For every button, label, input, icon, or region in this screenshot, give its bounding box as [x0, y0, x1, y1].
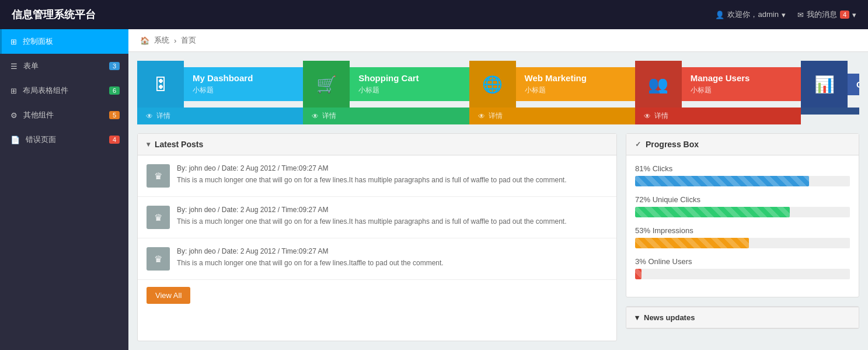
latest-posts-panel: ▾ Latest Posts ♛ By: john deo / Date: 2 …	[137, 133, 617, 341]
breadcrumb-sep: ›	[174, 36, 176, 45]
progress-bar-fill-unique	[635, 207, 790, 217]
home-icon: ⊞	[11, 37, 17, 46]
dashboard-detail[interactable]: 👁 详情	[137, 108, 303, 124]
eye-icon-2: 👁	[312, 112, 319, 120]
gear-icon: ⚙	[11, 111, 18, 120]
stat-card-dashboard: 🎛 My Dashboard 小标题 👁 详情	[137, 61, 303, 124]
progress-bar-fill-online	[635, 269, 642, 279]
sidebar-item-left-5: 📄 错误页面	[11, 134, 56, 145]
eye-icon-4: 👁	[644, 112, 651, 120]
marketing-detail[interactable]: 👁 详情	[469, 108, 635, 124]
sidebar-item-forms[interactable]: ☰ 表单 3	[0, 54, 128, 78]
eye-icon: 👁	[146, 112, 153, 120]
sidebar-item-layout[interactable]: ⊞ 布局表格组件 6	[0, 78, 128, 103]
post-text-2: This is a much longer one that will go o…	[177, 216, 566, 227]
stat-card-top-3: 🌐 Web Marketing 小标题	[469, 61, 635, 108]
bottom-section: ▾ Latest Posts ♛ By: john deo / Date: 2 …	[137, 133, 859, 341]
breadcrumb-system: 系统	[154, 35, 169, 46]
posts-panel-title: Latest Posts	[155, 140, 203, 149]
users-stat-icon: 👥	[635, 61, 682, 108]
chevron-down-news[interactable]: ▾	[635, 313, 639, 322]
sidebar-item-label-4: 其他组件	[23, 110, 54, 120]
users-detail[interactable]: 👁 详情	[635, 108, 801, 124]
sidebar-item-dashboard[interactable]: ⊞ 控制面板	[0, 29, 128, 54]
messages[interactable]: ✉ 我的消息 4 ▾	[797, 9, 856, 20]
progress-bar-fill-clicks	[635, 176, 809, 186]
dashboard-stat-sub: 小标题	[193, 85, 294, 95]
post-text-3: This is a much longer one that will go o…	[177, 258, 444, 268]
marketing-stat-info: Web Marketing 小标题	[516, 67, 635, 101]
stat-card-cart: 🛒 Shopping Cart 小标题 👁 详情	[303, 61, 469, 124]
chevron-down-icon-msg: ▾	[852, 11, 856, 19]
progress-section: 81% Clicks 72% Uniquie Clicks	[626, 155, 859, 297]
sidebar-item-left-4: ⚙ 其他组件	[11, 110, 54, 120]
sidebar-item-other[interactable]: ⚙ 其他组件 5	[0, 103, 128, 127]
sidebar-item-label-3: 布局表格组件	[23, 85, 68, 96]
post-text-1: This is a much longer one that will go o…	[177, 175, 566, 185]
breadcrumb-page: 首页	[181, 35, 196, 46]
sidebar-item-errors[interactable]: 📄 错误页面 4	[0, 127, 128, 152]
progress-bar-bg-online	[635, 269, 850, 279]
sidebar-item-label-2: 表单	[23, 61, 39, 71]
marketing-stat-title: Web Marketing	[525, 73, 626, 83]
news-updates-panel: ▾ News updates	[626, 306, 859, 329]
posts-panel-header: ▾ Latest Posts	[138, 134, 616, 155]
user-icon: 👤	[715, 11, 724, 19]
post-content-3: By: john deo / Date: 2 Aug 2012 / Time:0…	[177, 247, 444, 268]
users-detail-label: 详情	[654, 111, 668, 121]
chevron-check-progress[interactable]: ✓	[635, 140, 641, 148]
post-item-1: ♛ By: john deo / Date: 2 Aug 2012 / Time…	[138, 155, 616, 197]
post-item-3: ♛ By: john deo / Date: 2 Aug 2012 / Time…	[138, 238, 616, 280]
top-nav-right: 👤 欢迎你，admin ▾ ✉ 我的消息 4 ▾	[715, 9, 856, 20]
progress-bar-bg-unique	[635, 207, 850, 217]
stat-card-extra: 📊 C	[801, 61, 859, 124]
stat-card-top-4: 👥 Manage Users 小标题	[635, 61, 801, 108]
progress-label-unique: 72% Uniquie Clicks	[635, 195, 850, 204]
extra-detail[interactable]	[801, 108, 859, 115]
user-info[interactable]: 👤 欢迎你，admin ▾	[715, 9, 785, 20]
sidebar-item-left: ⊞ 控制面板	[11, 36, 53, 47]
stat-card-top-2: 🛒 Shopping Cart 小标题	[303, 61, 469, 108]
chevron-down-icon: ▾	[782, 11, 786, 19]
page-icon: 📄	[11, 136, 20, 144]
marketing-detail-label: 详情	[489, 111, 503, 121]
progress-label-clicks: 81% Clicks	[635, 164, 850, 173]
eye-icon-3: 👁	[478, 112, 485, 120]
chevron-down-posts[interactable]: ▾	[147, 140, 150, 148]
post-avatar-2: ♛	[147, 206, 170, 229]
sidebar-item-label-5: 错误页面	[26, 134, 56, 145]
top-nav: 信息管理系统平台 👤 欢迎你，admin ▾ ✉ 我的消息 4 ▾	[0, 0, 868, 29]
post-meta-3: By: john deo / Date: 2 Aug 2012 / Time:0…	[177, 247, 444, 255]
cart-detail-label: 详情	[322, 111, 336, 121]
messages-badge: 4	[840, 11, 849, 19]
marketing-stat-sub: 小标题	[525, 85, 626, 95]
view-all-button[interactable]: View All	[147, 287, 190, 304]
message-icon: ✉	[797, 11, 804, 19]
users-stat-title: Manage Users	[691, 73, 792, 83]
sidebar-item-label: 控制面板	[23, 36, 53, 47]
post-meta-2: By: john deo / Date: 2 Aug 2012 / Time:0…	[177, 206, 566, 214]
dashboard-stat-info: My Dashboard 小标题	[184, 67, 303, 101]
progress-box-header: ✓ Progress Box	[626, 134, 859, 155]
dashboard-stat-title: My Dashboard	[193, 73, 294, 83]
stat-card-top: 🎛 My Dashboard 小标题	[137, 61, 303, 108]
cart-stat-info: Shopping Cart 小标题	[350, 67, 469, 101]
cart-detail[interactable]: 👁 详情	[303, 108, 469, 124]
user-label: 欢迎你，admin	[727, 9, 778, 20]
progress-panel: ✓ Progress Box 81% Clicks 72	[626, 133, 859, 341]
error-badge: 4	[109, 136, 120, 144]
cart-stat-sub: 小标题	[358, 85, 460, 95]
progress-bar-bg-impressions	[635, 238, 850, 248]
app-title: 信息管理系统平台	[12, 8, 96, 22]
forms-icon: ☰	[11, 62, 18, 71]
stat-card-marketing: 🌐 Web Marketing 小标题 👁 详情	[469, 61, 635, 124]
main: 🏠 系统 › 首页 🎛 My Dashboard 小标题	[128, 29, 868, 350]
dashboard-stat-icon: 🎛	[137, 61, 184, 108]
stat-card-top-5: 📊 C	[801, 61, 859, 108]
news-panel-header: ▾ News updates	[626, 307, 859, 328]
progress-item-online: 3% Online Users	[635, 257, 850, 279]
cart-stat-title: Shopping Cart	[358, 73, 460, 83]
progress-bar-bg-clicks	[635, 176, 850, 186]
progress-label-impressions: 53% Impressions	[635, 226, 850, 235]
post-item-2: ♛ By: john deo / Date: 2 Aug 2012 / Time…	[138, 197, 616, 238]
